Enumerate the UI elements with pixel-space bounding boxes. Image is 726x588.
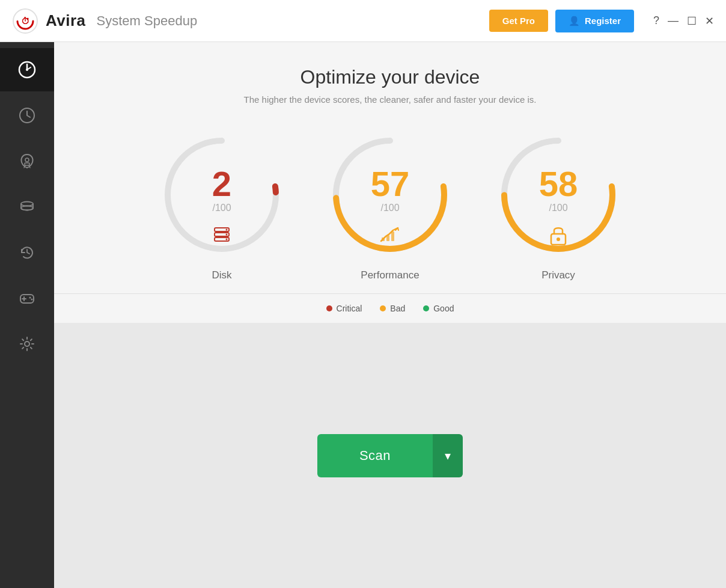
legend-critical-label: Critical	[337, 304, 362, 313]
gauge-privacy-max: /100	[539, 203, 578, 213]
disk-icon	[18, 198, 36, 216]
restore-button[interactable]: ☐	[687, 14, 697, 28]
gauge-privacy-container: 58 /100	[492, 129, 624, 261]
legend-dot-critical	[326, 305, 332, 311]
gauge-performance: 57 /100 Performance	[324, 129, 456, 281]
gauge-disk: 2 /100 Di	[156, 129, 288, 281]
legend-bad-label: Bad	[390, 304, 405, 313]
help-button[interactable]: ?	[653, 14, 659, 27]
get-pro-button[interactable]: Get Pro	[489, 10, 548, 32]
legend-dot-good	[423, 305, 429, 311]
legend-good: Good	[423, 304, 454, 313]
sidebar-item-dashboard[interactable]	[0, 48, 54, 91]
register-icon: 👤	[569, 16, 580, 26]
gauge-disk-container: 2 /100	[156, 129, 288, 261]
legend-good-label: Good	[433, 304, 454, 313]
svg-point-7	[25, 158, 29, 162]
minimize-button[interactable]: —	[668, 14, 679, 27]
legend-critical: Critical	[326, 304, 362, 313]
svg-rect-24	[382, 237, 385, 241]
svg-rect-26	[391, 231, 394, 241]
svg-point-8	[21, 202, 33, 206]
sidebar-item-gaming[interactable]	[0, 277, 54, 320]
register-button[interactable]: 👤 Register	[555, 10, 634, 32]
sidebar	[0, 42, 54, 588]
page-title: Optimize your device	[244, 66, 537, 88]
performance-chart-icon	[379, 224, 401, 246]
page-subtitle: The higher the device scores, the cleane…	[244, 94, 537, 105]
gauge-disk-label: Disk	[212, 269, 231, 281]
sidebar-item-history[interactable]	[0, 231, 54, 274]
gaming-icon	[18, 289, 36, 307]
chevron-down-icon: ▾	[445, 449, 451, 463]
scan-button[interactable]: Scan	[317, 434, 433, 477]
gauge-performance-container: 57 /100	[324, 129, 456, 261]
gauges-row: 2 /100 Di	[132, 111, 648, 293]
scan-area: Scan ▾	[54, 323, 726, 588]
disk-stack-icon	[211, 224, 233, 246]
gauge-privacy-center: 58 /100	[539, 167, 578, 213]
register-label: Register	[585, 16, 621, 26]
titlebar: ⏱ Avira System Speedup Get Pro 👤 Registe…	[0, 0, 726, 42]
svg-point-12	[31, 299, 33, 301]
content-header: Optimize your device The higher the devi…	[232, 42, 549, 111]
app-subtitle: System Speedup	[97, 13, 198, 29]
legend: Critical Bad Good	[54, 293, 726, 323]
lock-icon	[549, 224, 568, 246]
titlebar-actions: Get Pro 👤 Register ? — ☐ ✕	[489, 10, 714, 32]
close-button[interactable]: ✕	[705, 14, 714, 28]
gauge-performance-max: /100	[371, 203, 410, 213]
scan-dropdown-button[interactable]: ▾	[433, 434, 463, 477]
legend-bad: Bad	[380, 304, 405, 313]
gauge-disk-center: 2 /100	[212, 167, 231, 213]
dashboard-icon	[17, 60, 37, 80]
startup-icon	[18, 152, 36, 170]
sidebar-item-startup[interactable]	[0, 139, 54, 183]
main-layout: Optimize your device The higher the devi…	[0, 42, 726, 588]
schedule-icon	[18, 106, 36, 124]
gauge-privacy-label: Privacy	[541, 269, 575, 281]
svg-point-30	[557, 237, 560, 241]
sidebar-item-disk[interactable]	[0, 185, 54, 228]
content-area: Optimize your device The higher the devi…	[54, 42, 726, 588]
svg-point-4	[26, 69, 28, 71]
svg-rect-25	[386, 235, 389, 241]
scan-button-wrapper: Scan ▾	[317, 434, 463, 477]
settings-icon	[18, 335, 36, 353]
performance-status-icon	[379, 224, 401, 250]
sidebar-item-settings[interactable]	[0, 322, 54, 366]
app-name: Avira	[46, 11, 86, 30]
history-icon	[18, 243, 36, 262]
disk-status-icon	[211, 224, 233, 250]
gauge-disk-score: 2	[212, 167, 231, 201]
gauge-performance-center: 57 /100	[371, 167, 410, 213]
window-controls: ? — ☐ ✕	[653, 14, 714, 28]
svg-text:⏱: ⏱	[21, 16, 29, 26]
gauge-performance-label: Performance	[361, 269, 419, 281]
privacy-status-icon	[549, 224, 568, 250]
app-logo: ⏱ Avira System Speedup	[12, 8, 197, 34]
svg-point-11	[29, 297, 31, 299]
avira-logo-icon: ⏱	[12, 8, 38, 34]
svg-point-9	[21, 206, 33, 210]
gauge-performance-score: 57	[371, 167, 410, 201]
gauge-privacy: 58 /100 Privacy	[492, 129, 624, 281]
legend-dot-bad	[380, 305, 386, 311]
gauge-privacy-score: 58	[539, 167, 578, 201]
gauge-disk-max: /100	[212, 203, 231, 213]
svg-point-13	[25, 341, 29, 346]
sidebar-item-schedule[interactable]	[0, 94, 54, 137]
